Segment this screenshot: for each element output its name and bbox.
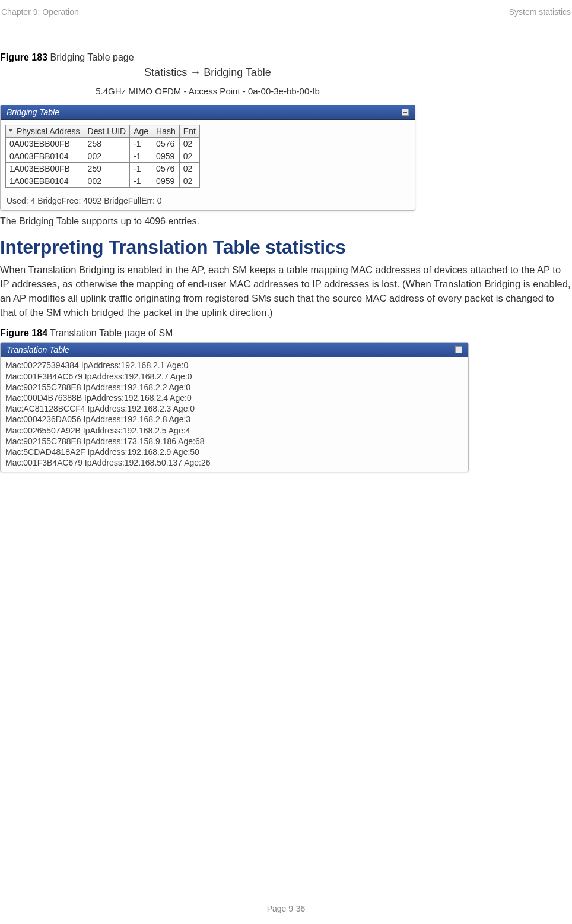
figure-183-number: Figure 183 — [0, 52, 47, 62]
list-item: Mac:00265507A92B IpAddress:192.168.2.5 A… — [5, 425, 463, 436]
figure-184-caption: Figure 184 Translation Table page of SM — [0, 328, 572, 338]
table-row: 1A003EBB0104 002 -1 0959 02 — [6, 175, 200, 188]
figure-183-title: Bridging Table page — [47, 52, 134, 62]
translation-panel-title: Translation Table — [7, 345, 69, 355]
figure-183-image: Statistics → Bridging Table 5.4GHz MIMO … — [0, 67, 415, 211]
col-dest-luid: Dest LUID — [84, 125, 130, 138]
bridging-table: Physical Address Dest LUID Age Hash Ent … — [5, 125, 200, 188]
minimize-icon — [455, 346, 462, 353]
body-paragraph: When Translation Bridging is enabled in … — [0, 263, 572, 320]
bridging-table-footer: Used: 4 BridgeFree: 4092 BridgeFullErr: … — [1, 192, 415, 210]
bridging-panel-header: Bridging Table — [1, 105, 415, 120]
statistics-breadcrumb: Statistics → Bridging Table — [0, 67, 415, 79]
chevron-down-icon — [8, 129, 13, 132]
translation-table-panel: Translation Table Mac:002275394384 IpAdd… — [0, 342, 469, 472]
minimize-icon — [402, 109, 409, 116]
col-ent: Ent — [179, 125, 199, 138]
figure-184-image: Translation Table Mac:002275394384 IpAdd… — [0, 342, 469, 472]
list-item: Mac:902155C788E8 IpAddress:173.158.9.186… — [5, 436, 463, 447]
table-header-row: Physical Address Dest LUID Age Hash Ent — [6, 125, 200, 138]
figure-184-number: Figure 184 — [0, 328, 47, 338]
figure-184-title: Translation Table page of SM — [47, 328, 173, 338]
list-item: Mac:000D4B76388B IpAddress:192.168.2.4 A… — [5, 393, 463, 403]
col-physical-address: Physical Address — [6, 125, 84, 138]
list-item: Mac:AC81128BCCF4 IpAddress:192.168.2.3 A… — [5, 403, 463, 414]
figure-183-caption: Figure 183 Bridging Table page — [0, 52, 572, 63]
list-item: Mac:001F3B4AC679 IpAddress:192.168.50.13… — [5, 457, 463, 468]
bridging-panel-title: Bridging Table — [7, 107, 59, 117]
list-item: Mac:002275394384 IpAddress:192.168.2.1 A… — [5, 360, 463, 371]
page-header: Chapter 9: Operation System statistics — [0, 0, 572, 17]
header-chapter: Chapter 9: Operation — [0, 7, 79, 17]
header-section: System statistics — [509, 7, 572, 17]
device-info-line: 5.4GHz MIMO OFDM - Access Point - 0a-00-… — [0, 86, 415, 96]
translation-table-body: Mac:002275394384 IpAddress:192.168.2.1 A… — [1, 357, 468, 472]
list-item: Mac:5CDAD4818A2F IpAddress:192.168.2.9 A… — [5, 447, 463, 457]
bridging-table-panel: Bridging Table Physical Address Dest LUI… — [0, 105, 415, 211]
list-item: Mac:902155C788E8 IpAddress:192.168.2.2 A… — [5, 382, 463, 393]
col-age: Age — [130, 125, 152, 138]
body-text-entries: The Bridging Table supports up to 4096 e… — [0, 216, 572, 228]
translation-panel-header: Translation Table — [1, 343, 468, 357]
table-row: 0A003EBB0104 002 -1 0959 02 — [6, 150, 200, 163]
list-item: Mac:001F3B4AC679 IpAddress:192.168.2.7 A… — [5, 371, 463, 382]
col-hash: Hash — [152, 125, 180, 138]
table-row: 1A003EBB00FB 259 -1 0576 02 — [6, 163, 200, 175]
list-item: Mac:0004236DA056 IpAddress:192.168.2.8 A… — [5, 414, 463, 425]
section-heading: Interpreting Translation Table statistic… — [0, 236, 572, 258]
table-row: 0A003EBB00FB 258 -1 0576 02 — [6, 138, 200, 150]
page-number: Page 9-36 — [0, 904, 572, 913]
